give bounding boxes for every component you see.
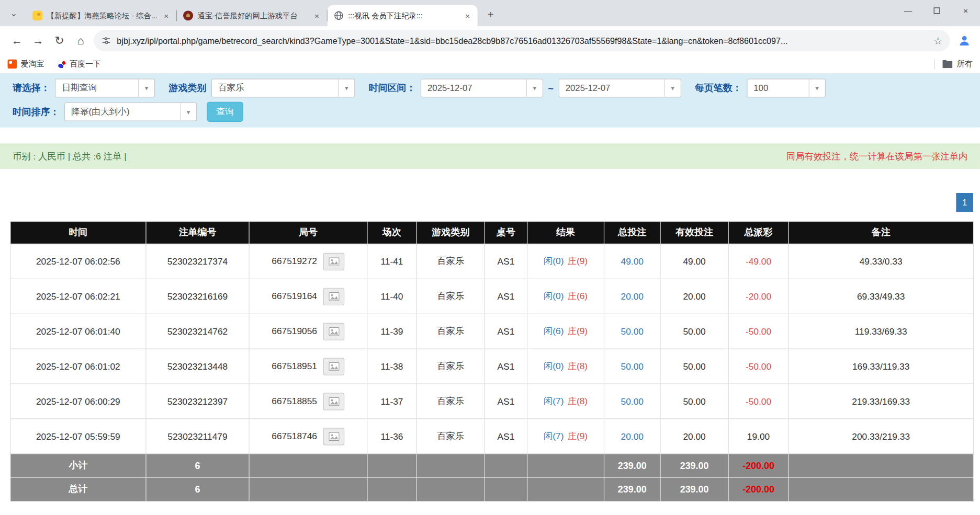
- tab-close-icon[interactable]: ×: [463, 10, 472, 20]
- date-to-select[interactable]: 2025-12-07 ▾: [559, 79, 681, 98]
- table-header-row: 时间 注单编号 局号 场次 游戏类别 桌号 结果 总投注 有效投注 总派彩 备注: [10, 221, 974, 244]
- address-bar[interactable]: bjbj.xyz/ipl/portal.php/game/betrecord_s…: [94, 30, 950, 51]
- bookmark-star-icon[interactable]: ☆: [933, 35, 942, 47]
- bookmark-aitaobao[interactable]: 爱淘宝: [7, 59, 44, 69]
- cell-table: AS1: [485, 244, 527, 279]
- chevron-down-icon[interactable]: ▾: [526, 79, 543, 97]
- round-detail-icon[interactable]: [323, 323, 345, 340]
- result-player: 闲(7): [544, 396, 564, 406]
- chevron-down-icon[interactable]: ▾: [138, 79, 154, 97]
- cell-valid-bet: 50.00: [660, 314, 728, 349]
- all-bookmarks-button[interactable]: 所有: [934, 59, 973, 69]
- minimize-button[interactable]: —: [894, 0, 922, 21]
- column-header-valid-bet: 有效投注: [660, 221, 728, 244]
- page-size-select[interactable]: 100 ▾: [747, 79, 826, 98]
- cell-session: 11-38: [367, 349, 416, 384]
- browser-window: ⌄ 【新提醒】海燕策略论坛 - 综合... × 通宝-信誉最好的网上游戏平台 ×…: [0, 0, 980, 515]
- cell-result: 闲(7)庄(8): [527, 384, 604, 419]
- url-text[interactable]: bjbj.xyz/ipl/portal.php/game/betrecord_s…: [117, 36, 928, 45]
- cell-bet-id: 523023213448: [146, 349, 249, 384]
- round-detail-icon[interactable]: [323, 358, 345, 375]
- cell-time: 2025-12-07 06:01:02: [10, 349, 146, 384]
- page-1-button[interactable]: 1: [956, 193, 973, 212]
- round-number: 667518855: [272, 396, 317, 406]
- game-type-select[interactable]: 百家乐 ▾: [211, 79, 355, 98]
- sort-order-select[interactable]: 降幂(由大到小) ▾: [64, 102, 197, 121]
- column-header-note: 备注: [788, 221, 974, 244]
- search-button[interactable]: 查询: [207, 102, 243, 122]
- all-bookmarks-label: 所有: [957, 59, 973, 69]
- cell-total-bet[interactable]: 50.00: [604, 349, 660, 384]
- column-header-result: 结果: [527, 221, 604, 244]
- cell-note: 200.33/219.33: [788, 419, 974, 454]
- result-player: 闲(0): [544, 361, 564, 371]
- range-separator: ~: [548, 83, 554, 93]
- empty-cell: [367, 454, 416, 477]
- tab-close-icon[interactable]: ×: [312, 10, 322, 20]
- cell-total-bet[interactable]: 50.00: [604, 384, 660, 419]
- tab-title: :::视讯 会员下注纪录:::: [348, 10, 458, 21]
- forward-button[interactable]: →: [28, 30, 49, 51]
- maximize-button[interactable]: [922, 0, 951, 21]
- new-tab-button[interactable]: +: [482, 7, 499, 23]
- summary-bar: 币别 : 人民币 | 总共 :6 注单 | 同局有效投注，统一计算在该局第一张注…: [0, 144, 980, 169]
- cell-time: 2025-12-07 06:02:56: [10, 244, 146, 279]
- round-detail-icon[interactable]: [323, 393, 345, 410]
- cell-bet-id: 523023217374: [146, 244, 249, 279]
- close-window-button[interactable]: ×: [951, 0, 980, 21]
- result-player: 闲(6): [544, 326, 564, 336]
- tab-3-active[interactable]: :::视讯 会员下注纪录::: ×: [328, 5, 478, 27]
- query-type-select[interactable]: 日期查询 ▾: [55, 79, 155, 98]
- game-type-value: 百家乐: [212, 79, 338, 97]
- bookmark-baidu[interactable]: 百度一下: [57, 59, 101, 69]
- table-row: 2025-12-07 06:01:02 523023213448 6675189…: [10, 349, 974, 384]
- refresh-button[interactable]: ↻: [49, 30, 70, 51]
- cell-valid-bet: 49.00: [660, 244, 728, 279]
- subtotal-valid-bet: 239.00: [660, 454, 728, 477]
- cell-session: 11-40: [367, 279, 416, 314]
- cell-note: 119.33/69.33: [788, 314, 974, 349]
- empty-cell: [788, 477, 974, 501]
- round-detail-icon[interactable]: [323, 428, 345, 445]
- result-banker: 庄(8): [568, 396, 588, 406]
- tab-2[interactable]: 通宝-信誉最好的网上游戏平台 ×: [177, 5, 327, 27]
- table-row: 2025-12-07 06:00:29 523023212397 6675188…: [10, 384, 974, 419]
- cell-total-bet[interactable]: 20.00: [604, 419, 660, 454]
- cell-note: 69.33/49.33: [788, 279, 974, 314]
- column-header-bet-id: 注单编号: [146, 221, 249, 244]
- result-banker: 庄(9): [568, 256, 588, 266]
- back-button[interactable]: ←: [6, 30, 28, 51]
- chevron-down-icon[interactable]: ▾: [180, 103, 196, 120]
- subtotal-total-bet: 239.00: [604, 454, 660, 477]
- site-info-icon[interactable]: [102, 36, 111, 45]
- chevron-down-icon[interactable]: ▾: [808, 79, 825, 97]
- date-from-select[interactable]: 2025-12-07 ▾: [421, 79, 543, 98]
- cell-payout: -20.00: [728, 279, 788, 314]
- cell-total-bet[interactable]: 49.00: [604, 244, 660, 279]
- chevron-down-icon[interactable]: ▾: [664, 79, 680, 97]
- cell-total-bet[interactable]: 50.00: [604, 314, 660, 349]
- profile-icon[interactable]: [955, 31, 974, 50]
- total-row: 总计 6 239.00 239.00 -200.00: [10, 477, 974, 501]
- column-header-game: 游戏类别: [416, 221, 485, 244]
- cell-bet-id: 523023216169: [146, 279, 249, 314]
- tab-search-icon[interactable]: ⌄: [6, 6, 21, 21]
- round-detail-icon[interactable]: [323, 288, 345, 305]
- chevron-down-icon[interactable]: ▾: [338, 79, 354, 97]
- cell-total-bet[interactable]: 20.00: [604, 279, 660, 314]
- result-banker: 庄(9): [568, 431, 588, 441]
- round-number: 667519056: [272, 326, 317, 336]
- empty-cell: [527, 477, 604, 501]
- cell-result: 闲(0)庄(8): [527, 349, 604, 384]
- cell-valid-bet: 50.00: [660, 384, 728, 419]
- round-number: 667519164: [272, 291, 317, 301]
- tab-1[interactable]: 【新提醒】海燕策略论坛 - 综合... ×: [26, 5, 176, 27]
- empty-cell: [249, 454, 367, 477]
- tab-close-icon[interactable]: ×: [161, 10, 171, 20]
- home-button[interactable]: ⌂: [70, 30, 92, 51]
- round-detail-icon[interactable]: [323, 253, 345, 270]
- folder-icon: [942, 60, 952, 68]
- cell-valid-bet: 20.00: [660, 279, 728, 314]
- cell-payout: 19.00: [728, 419, 788, 454]
- cell-bet-id: 523023211479: [146, 419, 249, 454]
